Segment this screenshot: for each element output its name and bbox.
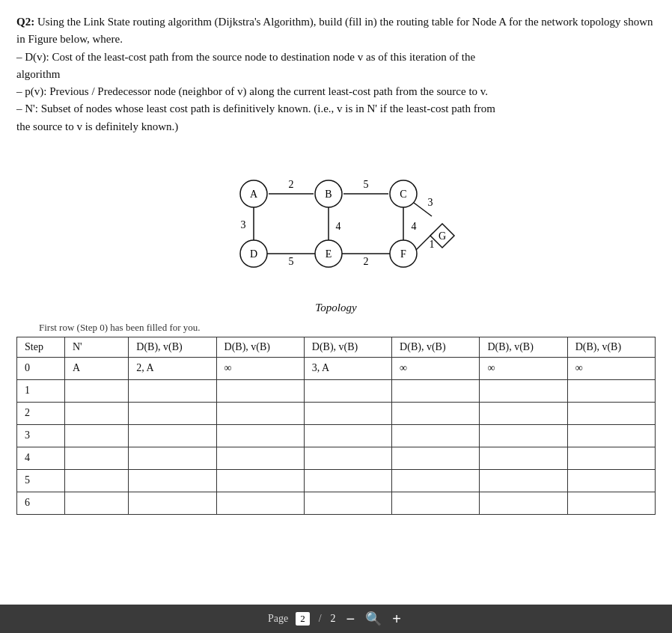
- question-text6: the source to v is definitely known.): [16, 118, 656, 135]
- svg-text:2: 2: [289, 179, 294, 190]
- cell-r2-c3: [216, 402, 304, 424]
- svg-text:3: 3: [241, 219, 246, 230]
- cell-r5-c5: [392, 469, 480, 492]
- cell-r3-c3: [216, 424, 304, 447]
- cell-r5-c0: 5: [17, 469, 65, 492]
- table-row: 5: [17, 469, 656, 492]
- cell-r4-c0: 4: [17, 447, 65, 469]
- zoom-out-button[interactable]: −: [343, 611, 358, 626]
- table-hint: First row (Step 0) has been filled for y…: [39, 322, 656, 334]
- cell-r2-c6: [480, 402, 567, 424]
- cell-r2-c0: 2: [17, 402, 65, 424]
- cell-r1-c7: [567, 379, 655, 402]
- cell-r5-c3: [216, 469, 304, 492]
- svg-text:5: 5: [289, 256, 294, 267]
- cell-r0-c3: ∞: [216, 357, 304, 379]
- cell-r4-c2: [129, 447, 216, 469]
- cell-r1-c2: [129, 379, 216, 402]
- cell-r1-c3: [216, 379, 304, 402]
- table-row: 4: [17, 447, 656, 469]
- bottom-toolbar: Page 2 / 2 − 🔍 +: [0, 605, 672, 633]
- col-header-n: N': [64, 337, 128, 357]
- table-row: 6: [17, 492, 656, 514]
- cell-r0-c0: 0: [17, 357, 65, 379]
- question-text4: – p(v): Previous / Predecessor node (nei…: [16, 83, 656, 100]
- col-header-db3: D(B), v(B): [304, 337, 391, 357]
- cell-r3-c0: 3: [17, 424, 65, 447]
- cell-r3-c1: [64, 424, 128, 447]
- col-header-db2: D(B), v(B): [216, 337, 304, 357]
- svg-text:2: 2: [364, 256, 369, 267]
- question-text2: – D(v): Cost of the least-cost path from…: [16, 49, 656, 66]
- cell-r2-c5: [392, 402, 480, 424]
- col-header-db1: D(B), v(B): [129, 337, 216, 357]
- svg-text:F: F: [400, 248, 406, 260]
- question-label: Q2:: [16, 16, 34, 28]
- cell-r2-c2: [129, 402, 216, 424]
- search-icon: 🔍: [365, 611, 382, 627]
- topology-container: 2 5 3 3 4 4 1 5 2 A B C: [16, 149, 656, 314]
- topology-title: Topology: [315, 302, 356, 314]
- zoom-in-button[interactable]: +: [389, 611, 404, 626]
- svg-text:3: 3: [428, 197, 433, 208]
- svg-text:C: C: [400, 189, 406, 200]
- question-text3: algorithm: [16, 66, 656, 83]
- cell-r0-c7: ∞: [567, 357, 655, 379]
- col-header-db6: D(B), v(B): [567, 337, 655, 357]
- svg-text:4: 4: [336, 221, 341, 232]
- cell-r6-c4: [304, 492, 391, 514]
- cell-r4-c6: [480, 447, 567, 469]
- col-header-db4: D(B), v(B): [392, 337, 480, 357]
- cell-r2-c7: [567, 402, 655, 424]
- cell-r6-c5: [392, 492, 480, 514]
- cell-r1-c1: [64, 379, 128, 402]
- table-header-row: Step N' D(B), v(B) D(B), v(B) D(B), v(B)…: [17, 337, 656, 357]
- cell-r4-c1: [64, 447, 128, 469]
- cell-r6-c6: [480, 492, 567, 514]
- cell-r3-c7: [567, 424, 655, 447]
- table-row: 3: [17, 424, 656, 447]
- cell-r6-c7: [567, 492, 655, 514]
- current-page-display: 2: [296, 612, 310, 626]
- cell-r6-c0: 6: [17, 492, 65, 514]
- page-label: Page: [268, 613, 288, 625]
- cell-r5-c2: [129, 469, 216, 492]
- total-pages-display: 2: [331, 613, 336, 625]
- cell-r5-c7: [567, 469, 655, 492]
- svg-text:5: 5: [364, 179, 369, 190]
- cell-r3-c6: [480, 424, 567, 447]
- table-row: 2: [17, 402, 656, 424]
- cell-r0-c4: 3, A: [304, 357, 391, 379]
- col-header-db5: D(B), v(B): [480, 337, 567, 357]
- svg-text:D: D: [250, 248, 257, 260]
- question-text1: Using the Link State routing algorithm (…: [16, 16, 653, 45]
- cell-r6-c2: [129, 492, 216, 514]
- page-slash: /: [317, 613, 323, 625]
- cell-r0-c1: A: [64, 357, 128, 379]
- svg-text:A: A: [250, 189, 258, 200]
- cell-r2-c4: [304, 402, 391, 424]
- svg-text:G: G: [439, 230, 446, 242]
- cell-r1-c5: [392, 379, 480, 402]
- routing-table: Step N' D(B), v(B) D(B), v(B) D(B), v(B)…: [16, 337, 656, 515]
- cell-r0-c2: 2, A: [129, 357, 216, 379]
- cell-r0-c6: ∞: [480, 357, 567, 379]
- cell-r5-c1: [64, 469, 128, 492]
- cell-r4-c5: [392, 447, 480, 469]
- cell-r3-c4: [304, 424, 391, 447]
- table-row: 0A2, A∞3, A∞∞∞: [17, 357, 656, 379]
- svg-text:B: B: [325, 189, 332, 200]
- col-header-step: Step: [17, 337, 65, 357]
- table-row: 1: [17, 379, 656, 402]
- cell-r3-c5: [392, 424, 480, 447]
- cell-r5-c4: [304, 469, 391, 492]
- cell-r6-c1: [64, 492, 128, 514]
- cell-r3-c2: [129, 424, 216, 447]
- question-text5: – N': Subset of nodes whose least cost p…: [16, 100, 656, 117]
- svg-text:4: 4: [412, 221, 417, 232]
- cell-r1-c4: [304, 379, 391, 402]
- svg-text:E: E: [326, 248, 332, 260]
- cell-r5-c6: [480, 469, 567, 492]
- cell-r1-c6: [480, 379, 567, 402]
- cell-r4-c4: [304, 447, 391, 469]
